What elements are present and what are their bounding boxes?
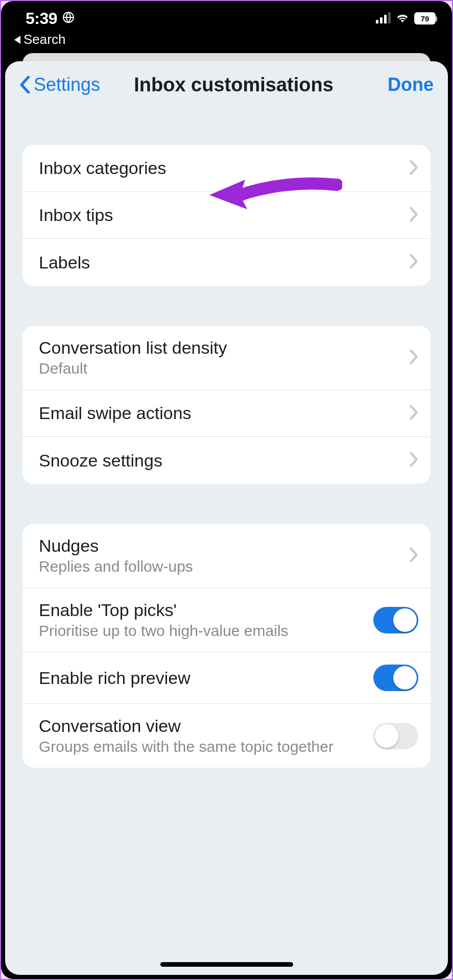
row-title: Nudges [39,536,399,556]
nav-back-label: Settings [34,74,100,95]
toggle-top-picks[interactable] [373,607,418,633]
modal-nav-bar: Settings Inbox customisations Done [5,61,448,108]
nav-done-button[interactable]: Done [388,74,434,95]
row-conversation-density[interactable]: Conversation list density Default [22,326,431,390]
row-title: Snooze settings [39,451,399,471]
battery-percent: 79 [421,14,430,23]
row-title: Inbox tips [39,205,399,225]
row-subtitle: Groups emails with the same topic togeth… [39,738,363,755]
row-email-swipe-actions[interactable]: Email swipe actions [22,390,431,437]
settings-group-3: Nudges Replies and follow-ups Enable 'To… [22,524,431,768]
toggle-rich-preview[interactable] [373,665,418,691]
nav-back-button[interactable]: Settings [19,74,100,95]
row-inbox-categories[interactable]: Inbox categories [22,145,431,192]
row-title: Conversation list density [39,338,399,358]
row-subtitle: Default [39,360,399,377]
chevron-right-icon [409,350,418,366]
settings-group-1: Inbox categories Inbox tips [22,145,431,286]
back-triangle-icon [14,36,20,44]
nav-title: Inbox customisations [100,74,388,96]
row-snooze-settings[interactable]: Snooze settings [22,437,431,484]
row-title: Email swipe actions [39,403,399,423]
home-indicator[interactable] [160,962,293,967]
chevron-right-icon [409,207,418,224]
globe-icon [62,11,75,26]
settings-modal: Settings Inbox customisations Done Inbox… [5,61,448,975]
back-search-label: Search [23,32,65,47]
chevron-left-icon [19,76,31,93]
wifi-icon [396,12,409,24]
cellular-signal-icon [376,13,391,23]
row-title: Enable rich preview [39,668,363,688]
phone-frame: 5:39 79 Search [1,1,452,979]
row-title: Labels [39,253,399,273]
status-time: 5:39 [26,9,57,28]
row-enable-top-picks: Enable 'Top picks' Prioritise up to two … [22,588,431,652]
row-subtitle: Replies and follow-ups [39,558,399,575]
chevron-right-icon [409,405,418,422]
row-title: Enable 'Top picks' [39,600,363,620]
status-bar: 5:39 79 [1,1,452,30]
row-subtitle: Prioritise up to two high-value emails [39,622,363,640]
row-conversation-view: Conversation view Groups emails with the… [22,704,431,768]
row-title: Conversation view [39,716,363,736]
row-title: Inbox categories [39,158,399,178]
chevron-right-icon [409,452,418,469]
row-nudges[interactable]: Nudges Replies and follow-ups [22,524,431,588]
row-labels[interactable]: Labels [22,239,431,286]
chevron-right-icon [409,254,418,271]
chevron-right-icon [409,548,418,564]
chevron-right-icon [409,160,418,177]
row-enable-rich-preview: Enable rich preview [22,652,431,704]
toggle-conversation-view[interactable] [373,723,418,749]
settings-content: Inbox categories Inbox tips [5,108,448,768]
settings-group-2: Conversation list density Default Email … [22,326,431,484]
row-inbox-tips[interactable]: Inbox tips [22,192,431,239]
battery-icon: 79 [414,12,436,24]
